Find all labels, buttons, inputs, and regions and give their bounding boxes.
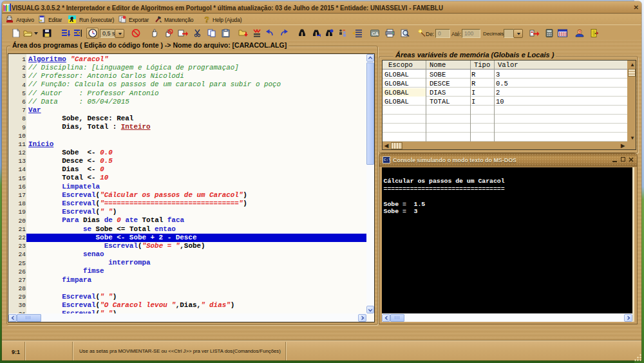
svg-text:?: ? bbox=[578, 30, 581, 35]
svg-text:?: ? bbox=[205, 15, 209, 23]
svg-text:CA: CA bbox=[372, 31, 379, 37]
